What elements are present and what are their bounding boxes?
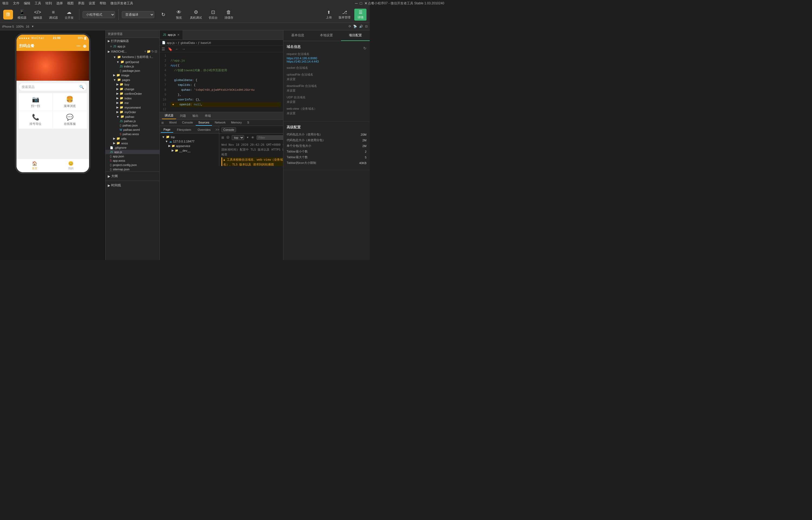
- domain-refresh-icon[interactable]: ↻: [363, 46, 366, 50]
- pages-folder[interactable]: ▼ 📁 pages: [106, 77, 160, 82]
- tab-home[interactable]: 🏠 首页: [17, 159, 53, 172]
- version-button[interactable]: ⎇ 版本管理: [337, 9, 352, 21]
- menu-item-help[interactable]: 帮助: [100, 1, 106, 6]
- speaker-icon[interactable]: 🔊: [359, 25, 363, 28]
- tab-sources[interactable]: Sources: [196, 120, 212, 126]
- minimap-icon[interactable]: ☰: [161, 47, 166, 51]
- open-editors-section[interactable]: ▶ 打开的编辑器: [106, 38, 160, 44]
- close-button[interactable]: ✕: [364, 1, 368, 5]
- appwxss-file[interactable]: S app.wxss: [106, 158, 160, 163]
- more-tabs-icon[interactable]: >>: [216, 128, 219, 132]
- me-folder[interactable]: ▶ 📁 me: [106, 101, 160, 105]
- sources-tab-overrides[interactable]: Overrides: [195, 127, 213, 132]
- menu-item-project[interactable]: 项目: [2, 1, 9, 6]
- change-folder[interactable]: ▶ 📁 change: [106, 87, 160, 91]
- functions-folder[interactable]: ▼ 📁 functions | 当前环境: l...: [106, 54, 160, 59]
- wxss-folder[interactable]: ▶ 📁 wxss: [106, 141, 160, 146]
- menu-item-select[interactable]: 选择: [56, 1, 63, 6]
- mycomment-folder[interactable]: ▶ 📁 mycomment: [106, 105, 160, 110]
- phone-menu-icon[interactable]: ···: [76, 43, 80, 49]
- console-filter-input[interactable]: [257, 135, 283, 140]
- projectconfig-file[interactable]: {} project.config.json: [106, 163, 160, 167]
- confirmorder-folder[interactable]: ▶ 📁 confirmOrder: [106, 91, 160, 96]
- new-folder-icon[interactable]: 📁: [147, 50, 151, 53]
- phone-add-icon[interactable]: ⊕: [83, 44, 86, 49]
- appjson-file[interactable]: {} app.json: [106, 154, 160, 158]
- appjs-file[interactable]: JS app.js: [106, 150, 160, 154]
- packagejson-file[interactable]: {} package.json: [106, 69, 160, 73]
- tab-terminal[interactable]: 终端: [202, 113, 214, 119]
- outline-header[interactable]: ▶ 大纲: [108, 173, 157, 180]
- grid-item-menu[interactable]: 🍔 菜单浏览: [53, 93, 87, 111]
- tab-basic-info[interactable]: 基本信息: [283, 30, 312, 41]
- close-tab-icon[interactable]: ✕: [177, 33, 179, 36]
- menu-item-settings[interactable]: 设置: [89, 1, 95, 6]
- menu-item-interface[interactable]: 界面: [78, 1, 84, 6]
- console-dropdown-icon[interactable]: ▼: [246, 136, 249, 139]
- sources-dev[interactable]: ▶ 📁 __dev__: [160, 148, 219, 153]
- tab-project-config[interactable]: 项目配置: [341, 30, 370, 41]
- open-file-appjs[interactable]: ✕ JS app.js: [106, 44, 160, 49]
- editor-button[interactable]: </> 编辑器: [31, 8, 45, 21]
- debug-button[interactable]: ≡ 调试器: [47, 8, 60, 21]
- menu-item-wechat[interactable]: 微信开发者工具: [110, 1, 133, 6]
- refresh-button[interactable]: ↻: [157, 10, 170, 19]
- gitignore-file[interactable]: 📄 .gitignore: [106, 146, 160, 150]
- tab-network[interactable]: Network: [212, 120, 228, 126]
- cut-button[interactable]: ⊡ 切后台: [206, 8, 220, 21]
- tab-appjs[interactable]: JS app.js ✕: [160, 30, 183, 40]
- sources-tab-page[interactable]: Page: [161, 127, 173, 133]
- real-debug-button[interactable]: ⚙ 真机调试: [188, 8, 204, 21]
- project-section[interactable]: ▶ XIAOCHE... + 📁 ↻ ⊟: [106, 49, 160, 54]
- tab-output[interactable]: 输出: [190, 113, 201, 119]
- close-file-icon[interactable]: ✕: [110, 45, 112, 48]
- timeline-header[interactable]: ▶ 时间线: [108, 182, 157, 189]
- menu-item-file[interactable]: 文件: [13, 1, 20, 6]
- paihaowxss-file[interactable]: S paihao.wxss: [106, 132, 160, 136]
- back-icon[interactable]: ←: [174, 47, 180, 51]
- grid-item-queue[interactable]: 📞 排号等位: [19, 111, 53, 129]
- paihaejs-file[interactable]: JS paihao.js: [106, 119, 160, 123]
- preview-button[interactable]: 👁 预览: [172, 8, 186, 21]
- minimize-button[interactable]: ─: [355, 1, 358, 5]
- collapse-icon[interactable]: ⊟: [155, 50, 157, 53]
- forward-icon[interactable]: →: [181, 47, 186, 51]
- simulator-button[interactable]: 📱 模拟器: [15, 8, 29, 21]
- sources-localhost[interactable]: ▼ ☁ 127.0.0.1:18477: [160, 139, 219, 144]
- buy-folder[interactable]: ▶ 📁 buy: [106, 82, 160, 87]
- detail-button[interactable]: ☰ 详情: [354, 9, 366, 21]
- maximize-button[interactable]: □: [360, 1, 362, 5]
- tab-memory[interactable]: Memory: [228, 120, 245, 126]
- screen-icon[interactable]: ⊡: [365, 25, 368, 28]
- console-button[interactable]: Console: [221, 127, 236, 132]
- tab-more[interactable]: S: [245, 120, 252, 126]
- devtools-icon-1[interactable]: ⊞: [161, 121, 164, 125]
- mode-selector[interactable]: 小程序模式 插件模式: [83, 11, 115, 18]
- sources-appservice[interactable]: ▶ 📁 appservice: [160, 144, 219, 148]
- phone-search-bar[interactable]: 搜索菜品 🔍: [19, 83, 87, 91]
- getopenid-folder[interactable]: ▼ 📁 getOpenid: [106, 59, 160, 64]
- grid-item-scan[interactable]: 📷 扫一扫: [19, 93, 53, 111]
- code-editor[interactable]: 12345 678910 1112131415 //app.js App({ /…: [160, 52, 283, 112]
- bookmark-icon[interactable]: 🔖: [167, 47, 173, 51]
- compile-selector[interactable]: 普通编译 自定义编译: [122, 11, 154, 18]
- menu-item-tools[interactable]: 工具: [35, 1, 41, 6]
- index-folder[interactable]: ▶ 📁 index: [106, 96, 160, 101]
- indexjs-file[interactable]: JS index.js: [106, 64, 160, 69]
- eye-icon[interactable]: 👁: [251, 136, 254, 139]
- refresh-tree-icon[interactable]: ↻: [151, 50, 154, 53]
- console-clear-icon[interactable]: ⦿: [226, 136, 229, 139]
- upload-button[interactable]: ⬆ 上传: [323, 9, 335, 21]
- rotate-icon[interactable]: ⟳: [348, 25, 351, 28]
- tab-wxml[interactable]: Wxml: [166, 120, 179, 126]
- tab-local-settings[interactable]: 本地设置: [312, 30, 341, 41]
- menu-item-goto[interactable]: 转到: [46, 1, 52, 6]
- sources-tab-filesystem[interactable]: Filesystem: [174, 127, 194, 132]
- cloud-button[interactable]: ☁ 云开发: [62, 8, 76, 21]
- myorder-folder[interactable]: ▶ 📁 myOrder: [106, 110, 160, 114]
- new-file-icon[interactable]: +: [144, 50, 146, 53]
- sitemap-file[interactable]: {} sitemap.json: [106, 167, 160, 172]
- tab-debugger[interactable]: 调试器: [162, 112, 176, 119]
- paihaowxml-file[interactable]: W paihao.wxml: [106, 128, 160, 132]
- utils-folder[interactable]: ▶ 📁 utils: [106, 136, 160, 141]
